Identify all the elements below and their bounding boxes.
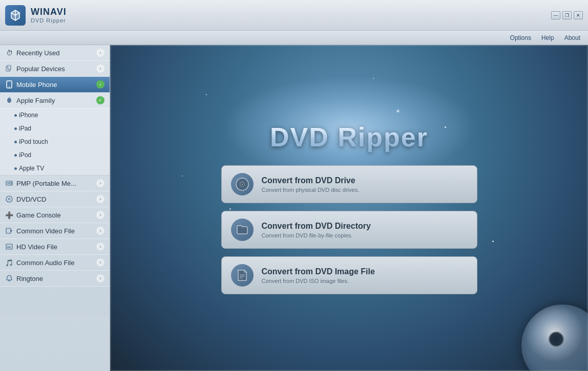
apple-tv-dot <box>14 167 17 170</box>
sidebar-item-mobile-phone[interactable]: Mobile Phone › <box>0 77 110 93</box>
submenu-item-apple-tv[interactable]: Apple TV <box>0 162 110 175</box>
sidebar-label-game-console: Game Console <box>16 211 61 219</box>
recently-used-icon: ⏱ <box>5 49 13 57</box>
game-console-icon: ➕ <box>5 211 13 219</box>
dvd-drive-subtitle: Convert from physical DVD disc drives. <box>262 187 468 193</box>
common-audio-arrow: › <box>96 258 104 267</box>
svg-rect-9 <box>6 228 11 233</box>
apple-family-icon <box>5 96 13 104</box>
sidebar-item-common-audio[interactable]: 🎵 Common Audio File › <box>0 255 110 271</box>
svg-marker-10 <box>11 229 12 232</box>
app-icon <box>5 5 26 26</box>
svg-text:HD: HD <box>7 246 11 249</box>
dvd-drive-title: Convert from DVD Drive <box>262 176 468 185</box>
ipad-dot <box>14 127 17 130</box>
dvd-vcd-icon <box>5 195 13 203</box>
sidebar-item-dvd-vcd[interactable]: DVD/VCD › <box>0 191 110 207</box>
help-menu[interactable]: Help <box>541 34 554 41</box>
app-title-block: WINAVI DVD Ripper <box>31 7 67 24</box>
sidebar-label-dvd-vcd: DVD/VCD <box>16 195 47 203</box>
submenu-item-ipod-touch[interactable]: iPod touch <box>0 135 110 148</box>
sidebar-label-hd-video: HD Video File <box>16 243 57 251</box>
pmp-arrow: › <box>96 179 104 187</box>
dvd-vcd-arrow: › <box>96 195 104 203</box>
dvd-image-title: Convert from DVD Image File <box>262 267 468 276</box>
title-bar: WINAVI DVD Ripper — ❐ ✕ <box>0 0 588 31</box>
iphone-dot <box>14 114 17 117</box>
svg-rect-1 <box>8 65 11 70</box>
hd-video-icon: HD <box>5 243 13 251</box>
title-bar-controls: — ❐ ✕ <box>551 11 583 19</box>
hd-video-arrow: › <box>96 243 104 251</box>
menu-bar: Options Help About <box>0 31 588 45</box>
sidebar-label-ringtone: Ringtone <box>16 275 43 282</box>
dvd-image-subtitle: Convert from DVD ISO image files. <box>262 278 468 284</box>
sidebar-bottom <box>0 287 110 317</box>
apple-family-submenu: iPhone iPad iPod touch iPod Apple TV <box>0 108 110 176</box>
stars-decoration <box>110 45 588 371</box>
convert-dvd-directory-button[interactable]: Convert from DVD Directory Convert from … <box>221 211 477 249</box>
common-audio-icon: 🎵 <box>5 258 13 267</box>
dvd-directory-title: Convert from DVD Directory <box>262 222 468 231</box>
sidebar-label-common-video: Common Video File <box>16 227 75 235</box>
svg-rect-5 <box>7 182 10 184</box>
common-video-arrow: › <box>96 227 104 235</box>
apple-family-arrow: ✓ <box>96 96 104 104</box>
options-menu[interactable]: Options <box>510 34 531 41</box>
main-container: ⏱ Recently Used › Popular Devices › <box>0 45 588 371</box>
sidebar-label-apple-family: Apple Family <box>16 97 55 104</box>
sidebar-label-recently-used: Recently Used <box>16 49 60 57</box>
convert-dvd-image-button[interactable]: Convert from DVD Image File Convert from… <box>221 256 477 294</box>
ipod-touch-dot <box>14 141 17 143</box>
sidebar-label-popular-devices: Popular Devices <box>16 65 65 73</box>
sidebar-label-mobile-phone: Mobile Phone <box>16 81 57 89</box>
popular-devices-arrow: › <box>96 64 104 73</box>
dvd-directory-subtitle: Convert from DVD file-by-file copies. <box>262 232 468 238</box>
dvd-image-icon <box>231 264 254 287</box>
about-menu[interactable]: About <box>564 34 580 41</box>
sidebar-item-common-video[interactable]: Common Video File › <box>0 223 110 239</box>
sidebar-item-recently-used[interactable]: ⏱ Recently Used › <box>0 45 110 61</box>
submenu-item-iphone[interactable]: iPhone <box>0 108 110 122</box>
submenu-item-ipad[interactable]: iPad <box>0 122 110 135</box>
popular-devices-icon <box>5 64 13 73</box>
content-area: DVD Ripper Convert from DVD Drive Conver… <box>110 45 588 371</box>
svg-point-15 <box>241 184 243 185</box>
sidebar-item-apple-family[interactable]: Apple Family ✓ <box>0 93 110 108</box>
sidebar-item-pmp[interactable]: PMP (Portable Me... › <box>0 176 110 191</box>
app-title-main: WINAVI <box>31 7 67 17</box>
recently-used-arrow: › <box>96 49 104 57</box>
ipod-dot <box>14 154 17 157</box>
mobile-phone-icon <box>5 80 13 89</box>
close-button[interactable]: ✕ <box>574 11 583 19</box>
convert-dvd-drive-button[interactable]: Convert from DVD Drive Convert from phys… <box>221 165 477 203</box>
sidebar-item-game-console[interactable]: ➕ Game Console › <box>0 207 110 223</box>
dvd-disc-hole <box>549 332 564 347</box>
dvd-drive-icon <box>231 173 254 195</box>
common-video-icon <box>5 227 13 235</box>
sidebar-item-popular-devices[interactable]: Popular Devices › <box>0 61 110 77</box>
sidebar-item-ringtone[interactable]: Ringtone › <box>0 271 110 287</box>
svg-point-8 <box>8 198 10 200</box>
minimize-button[interactable]: — <box>551 11 560 19</box>
title-bar-left: WINAVI DVD Ripper <box>5 5 67 26</box>
mobile-phone-arrow: › <box>96 80 104 89</box>
sidebar-label-pmp: PMP (Portable Me... <box>16 180 76 187</box>
restore-button[interactable]: ❐ <box>562 11 572 19</box>
sidebar: ⏱ Recently Used › Popular Devices › <box>0 45 110 371</box>
dvd-directory-icon <box>231 219 254 241</box>
game-console-arrow: › <box>96 211 104 219</box>
submenu-item-ipod[interactable]: iPod <box>0 148 110 162</box>
app-title-sub: DVD Ripper <box>31 17 67 24</box>
content-border <box>110 45 588 371</box>
pmp-icon <box>5 179 13 187</box>
sidebar-label-common-audio: Common Audio File <box>16 259 74 267</box>
dvd-ripper-title: DVD Ripper <box>270 122 428 152</box>
ringtone-icon <box>5 274 13 282</box>
sidebar-item-hd-video[interactable]: HD HD Video File › <box>0 239 110 255</box>
ringtone-arrow: › <box>96 274 104 282</box>
svg-point-3 <box>9 86 10 88</box>
